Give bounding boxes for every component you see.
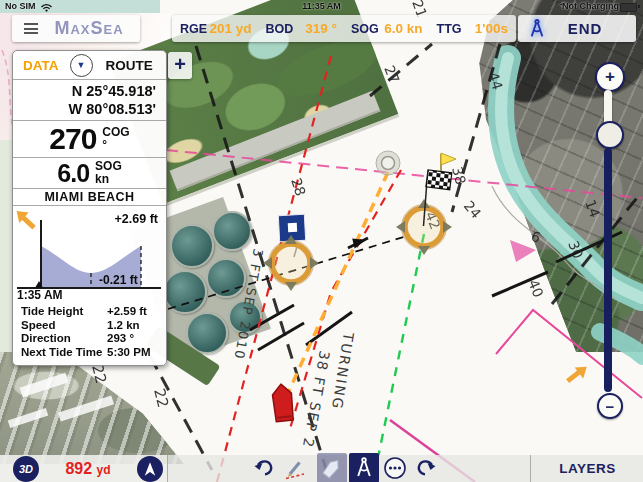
draw-route-button[interactable] <box>283 456 307 480</box>
detail-label: Direction <box>13 332 107 346</box>
dividers-tool-icon <box>352 456 376 480</box>
tide-high-label: +2.69 ft <box>115 212 158 226</box>
battery-icon <box>620 3 637 12</box>
zoom-slider-handle[interactable] <box>596 121 624 149</box>
tide-detail-row: Next Tide Time 5:30 PM <box>13 346 166 360</box>
depth-sounding: 22 <box>150 387 172 410</box>
add-widget-button[interactable]: + <box>168 52 192 79</box>
clock-label: 11:35 AM <box>0 1 643 11</box>
boat-icon <box>320 456 344 480</box>
undo-button[interactable] <box>252 456 276 480</box>
detail-value: 1.2 kn <box>107 319 140 333</box>
detail-label: Tide Height <box>13 305 107 319</box>
panel-dropdown-button[interactable]: ▼ <box>70 54 93 77</box>
status-bar: No SIM 11:35 AM ➤ Not Charging <box>0 0 643 13</box>
magenta-line <box>496 310 642 398</box>
tab-data[interactable]: DATA <box>23 58 59 73</box>
metric-label: SOG <box>351 22 379 36</box>
dividers-tool-icon <box>526 18 548 40</box>
track-line-green <box>373 234 424 482</box>
map-scale-label: 892 yd <box>39 460 137 478</box>
layers-button[interactable]: LAYERS <box>559 461 616 476</box>
3d-mode-button[interactable]: 3D <box>13 456 39 482</box>
metric-value: 1'00s <box>475 21 508 36</box>
checkered-flag-marker[interactable] <box>426 170 452 190</box>
metric-value: 6.0 kn <box>384 21 422 36</box>
panel-header: DATA ▼ ROUTE <box>13 51 166 79</box>
sog-value: 6.0 <box>57 159 89 188</box>
chart-note: TURNING <box>329 331 357 412</box>
bearing-arrowhead <box>352 239 366 249</box>
bottom-toolbar: 3D 892 yd <box>0 455 643 482</box>
sog-widget[interactable]: 6.0 SOG kn <box>13 157 166 188</box>
more-options-button[interactable] <box>383 456 407 480</box>
navigation-metrics-bar: RGE 201 yd BOD 319 ° SOG 6.0 kn TTG 1'00… <box>172 15 516 42</box>
compass-orientation-button[interactable] <box>137 456 163 482</box>
depth-sounding: 27 <box>381 63 403 86</box>
metric-value: 319 ° <box>305 21 337 36</box>
boat-mode-button[interactable] <box>317 453 347 482</box>
chevron-down-icon: ▼ <box>77 60 86 70</box>
race-mark[interactable] <box>376 151 400 175</box>
tide-detail-row: Tide Height +2.59 ft <box>13 305 166 319</box>
longitude-value: W 80°08.513' <box>13 100 156 118</box>
top-left-toolbar: MaxSea <box>12 15 140 42</box>
measure-tool-button[interactable] <box>349 453 379 482</box>
depth-sounding: 6 <box>529 228 543 246</box>
charge-status-label: Not Charging <box>562 1 619 11</box>
cog-value: 270 <box>49 122 96 156</box>
magenta-dashed-line <box>166 150 642 198</box>
detail-label: Next Tide Time <box>13 346 107 360</box>
metric-ttg: TTG 1'00s <box>437 21 517 36</box>
north-arrow-icon <box>141 460 159 478</box>
detail-value: +2.59 ft <box>107 305 147 319</box>
waypoint-marker[interactable] <box>263 235 319 291</box>
scale-unit: yd <box>97 463 111 477</box>
tide-detail-row: Direction 293 ° <box>13 332 166 346</box>
detail-label: Speed <box>13 319 107 333</box>
latitude-value: N 25°45.918' <box>13 82 156 100</box>
end-button[interactable]: END <box>548 20 622 37</box>
tide-graph: +2.69 ft -0.21 ft 1:35 AM <box>13 205 166 302</box>
position-widget[interactable]: N 25°45.918' W 80°08.513' <box>13 79 166 120</box>
detail-value: 293 ° <box>107 332 134 346</box>
depth-sounding: 28 <box>288 176 309 198</box>
tab-route[interactable]: ROUTE <box>106 58 153 73</box>
depth-sounding: 24 <box>461 198 485 222</box>
zoom-in-button[interactable]: + <box>595 62 625 92</box>
zoom-track-lower[interactable] <box>604 148 612 392</box>
own-ship-boat[interactable] <box>271 383 294 422</box>
tide-detail-row: Speed 1.2 kn <box>13 319 166 333</box>
metric-rge: RGE 201 yd <box>180 21 266 36</box>
scale-section: 3D 892 yd <box>0 455 168 482</box>
metric-label: RGE <box>180 22 207 36</box>
tide-time-label: 1:35 AM <box>17 288 63 302</box>
layers-section: LAYERS <box>530 455 643 482</box>
sog-unit: kn <box>95 172 109 186</box>
battery-nub <box>638 5 640 8</box>
waypoint-marker[interactable] <box>396 199 452 255</box>
cog-widget[interactable]: 270 COG ° <box>13 120 166 157</box>
data-panel: DATA ▼ ROUTE N 25°45.918' W 80°08.513' 2… <box>12 50 167 366</box>
zoom-out-button[interactable]: − <box>597 393 623 419</box>
app-logo: MaxSea <box>38 18 140 39</box>
depth-sounding: 14 <box>582 198 603 220</box>
chart-note: 3 FT SEP 2010 <box>231 247 265 361</box>
scale-value: 892 <box>65 460 92 477</box>
depth-sounding: 22 <box>88 363 110 386</box>
app-window: 28 27 44 38 24 42 40 30 14 6 22 22 21 3 … <box>0 0 643 482</box>
redo-button[interactable] <box>414 456 438 480</box>
metric-label: TTG <box>437 22 462 36</box>
metric-label: BOD <box>266 22 294 36</box>
metric-value: 201 yd <box>209 21 251 36</box>
metric-bod: BOD 319 ° <box>266 21 352 36</box>
tide-station-label: MIAMI BEACH <box>13 188 166 205</box>
metric-sog: SOG 6.0 kn <box>351 21 437 36</box>
tide-low-label: -0.21 ft <box>99 273 138 287</box>
tide-details: Tide Height +2.59 ft Speed 1.2 kn Direct… <box>13 302 166 365</box>
cog-unit: ° <box>102 138 107 152</box>
route-control-bar: END <box>518 15 636 42</box>
menu-icon[interactable] <box>24 21 38 37</box>
detail-value: 5:30 PM <box>107 346 150 360</box>
